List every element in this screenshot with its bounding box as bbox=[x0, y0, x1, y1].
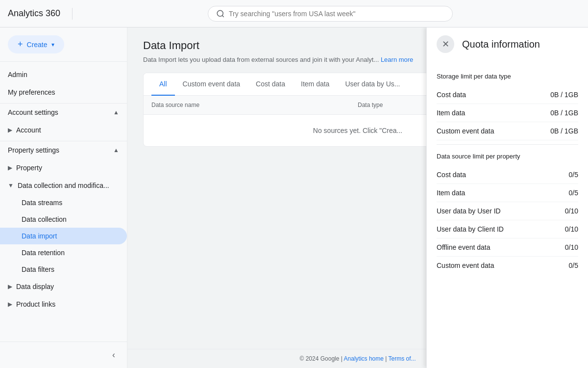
footer-text: © 2024 Google | bbox=[300, 355, 344, 362]
top-header: Analytics 360 bbox=[0, 0, 588, 27]
sidebar-top: + Create ▾ bbox=[0, 27, 127, 62]
quota-row-custom-event-data-storage: Custom event data 0B / 1GB bbox=[437, 122, 578, 140]
quota-value-custom-event-data-limit: 0/5 bbox=[569, 262, 578, 269]
account-settings-label: Account settings bbox=[8, 108, 58, 116]
tab-all[interactable]: All bbox=[151, 73, 175, 96]
quota-label-cost-data: Cost data bbox=[437, 91, 466, 99]
quota-label-item-data: Item data bbox=[437, 109, 465, 117]
quota-row-user-data-clientid: User data by Client ID 0/10 bbox=[437, 220, 578, 238]
sidebar-item-admin[interactable]: Admin bbox=[0, 66, 127, 83]
tab-user-data-by-user[interactable]: User data by Us... bbox=[337, 73, 408, 96]
quota-row-user-data-userid: User data by User ID 0/10 bbox=[437, 202, 578, 220]
header-divider bbox=[72, 8, 73, 20]
tab-cost-data[interactable]: Cost data bbox=[248, 73, 293, 96]
search-input[interactable] bbox=[229, 10, 444, 18]
account-settings-arrow: ▲ bbox=[113, 109, 119, 116]
sidebar: + Create ▾ Admin My preferences Account … bbox=[0, 27, 127, 368]
account-settings-section[interactable]: Account settings ▲ bbox=[0, 103, 127, 121]
quota-label-custom-event-data-limit: Custom event data bbox=[437, 262, 494, 269]
footer-link-terms[interactable]: Terms of... bbox=[388, 355, 416, 362]
col-data-source-name: Data source name bbox=[151, 102, 358, 108]
quota-value-user-data-userid: 0/10 bbox=[565, 207, 578, 215]
sidebar-nav: Admin My preferences Account settings ▲ … bbox=[0, 62, 127, 342]
quota-row-item-data-storage: Item data 0B / 1GB bbox=[437, 104, 578, 122]
create-button[interactable]: + Create ▾ bbox=[8, 35, 64, 53]
quota-value-custom-event-data-storage: 0B / 1GB bbox=[550, 127, 578, 135]
quota-value-cost-data-limit: 0/5 bbox=[569, 171, 578, 179]
quota-label-user-data-userid: User data by User ID bbox=[437, 207, 501, 215]
learn-more-link[interactable]: Learn more bbox=[381, 56, 413, 63]
property-settings-arrow: ▲ bbox=[113, 147, 119, 154]
quota-content: Storage limit per data type Cost data 0B… bbox=[427, 61, 588, 282]
quota-label-item-data-limit: Item data bbox=[437, 189, 465, 197]
sidebar-item-data-retention[interactable]: Data retention bbox=[0, 244, 127, 261]
svg-line-1 bbox=[222, 15, 224, 17]
sidebar-item-data-collection-sub[interactable]: Data collection bbox=[0, 211, 127, 228]
quota-row-cost-data-storage: Cost data 0B / 1GB bbox=[437, 86, 578, 104]
data-collection-label: Data collection and modifica... bbox=[18, 182, 109, 189]
chevron-down-icon: ▾ bbox=[51, 41, 54, 48]
page-description-text: Data Import lets you upload data from ex… bbox=[143, 56, 379, 63]
content-area: Data Import Data Import lets you upload … bbox=[127, 27, 588, 368]
sidebar-item-property[interactable]: ▶ Property bbox=[0, 159, 127, 177]
data-display-arrow-icon: ▶ bbox=[8, 283, 12, 290]
sidebar-item-account[interactable]: ▶ Account bbox=[0, 121, 127, 139]
sidebar-footer: ‹ bbox=[0, 342, 127, 368]
quota-divider bbox=[437, 144, 578, 145]
sidebar-item-data-collection[interactable]: ▼ Data collection and modifica... bbox=[0, 177, 127, 194]
quota-label-cost-data-limit: Cost data bbox=[437, 171, 466, 179]
footer-link-analytics-home[interactable]: Analytics home bbox=[344, 355, 384, 362]
quota-row-offline-event-data: Offline event data 0/10 bbox=[437, 238, 578, 257]
data-display-label: Data display bbox=[16, 283, 54, 290]
sidebar-item-my-preferences[interactable]: My preferences bbox=[0, 83, 127, 101]
collapse-sidebar-button[interactable]: ‹ bbox=[108, 348, 119, 362]
quota-row-item-data-limit: Item data 0/5 bbox=[437, 184, 578, 202]
account-label: Account bbox=[16, 126, 41, 134]
property-label: Property bbox=[16, 164, 42, 172]
svg-point-0 bbox=[217, 10, 223, 16]
quota-row-cost-data-limit: Cost data 0/5 bbox=[437, 166, 578, 184]
quota-row-custom-event-data-limit: Custom event data 0/5 bbox=[437, 257, 578, 274]
sidebar-item-data-filters[interactable]: Data filters bbox=[0, 261, 127, 278]
product-links-arrow-icon: ▶ bbox=[8, 301, 12, 308]
datasource-section-title: Data source limit per property bbox=[437, 153, 578, 160]
sidebar-item-product-links[interactable]: ▶ Product links bbox=[0, 295, 127, 313]
data-collection-arrow-icon: ▼ bbox=[8, 182, 14, 189]
close-icon: ✕ bbox=[442, 39, 449, 50]
sidebar-item-data-display[interactable]: ▶ Data display bbox=[0, 278, 127, 295]
quota-value-offline-event-data: 0/10 bbox=[565, 243, 578, 251]
quota-header: ✕ Quota information bbox=[427, 27, 588, 61]
quota-label-offline-event-data: Offline event data bbox=[437, 243, 490, 251]
sidebar-item-data-import[interactable]: Data import bbox=[0, 228, 127, 244]
tab-custom-event-data[interactable]: Custom event data bbox=[175, 73, 248, 96]
search-icon bbox=[216, 9, 225, 18]
quota-value-item-data-limit: 0/5 bbox=[569, 189, 578, 197]
quota-value-item-data: 0B / 1GB bbox=[550, 109, 578, 117]
create-button-label: Create bbox=[27, 41, 48, 49]
property-settings-label: Property settings bbox=[8, 146, 59, 154]
collapse-icon: ‹ bbox=[112, 350, 115, 360]
sidebar-item-data-streams[interactable]: Data streams bbox=[0, 194, 127, 211]
quota-value-user-data-clientid: 0/10 bbox=[565, 225, 578, 233]
search-bar[interactable] bbox=[208, 6, 453, 22]
storage-section-title: Storage limit per data type bbox=[437, 73, 578, 80]
close-quota-button[interactable]: ✕ bbox=[437, 35, 454, 53]
tab-item-data[interactable]: Item data bbox=[293, 73, 337, 96]
quota-panel: ✕ Quota information Storage limit per da… bbox=[426, 27, 588, 368]
plus-icon: + bbox=[18, 39, 23, 50]
app-title: Analytics 360 bbox=[8, 8, 60, 19]
product-links-label: Product links bbox=[16, 300, 55, 308]
quota-label-user-data-clientid: User data by Client ID bbox=[437, 225, 504, 233]
property-settings-section[interactable]: Property settings ▲ bbox=[0, 141, 127, 159]
quota-title: Quota information bbox=[462, 39, 540, 50]
quota-value-cost-data: 0B / 1GB bbox=[550, 91, 578, 99]
main-layout: + Create ▾ Admin My preferences Account … bbox=[0, 27, 588, 368]
quota-label-custom-event-data-storage: Custom event data bbox=[437, 127, 494, 135]
account-arrow-icon: ▶ bbox=[8, 127, 12, 133]
property-arrow-icon: ▶ bbox=[8, 164, 12, 171]
